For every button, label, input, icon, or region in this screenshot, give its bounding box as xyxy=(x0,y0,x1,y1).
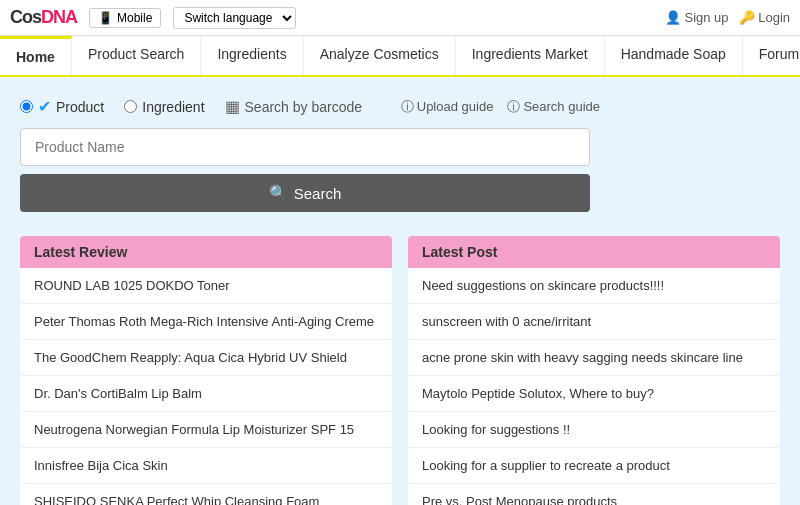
login-icon: 🔑 xyxy=(739,10,755,25)
ingredient-label: Ingredient xyxy=(142,99,204,115)
search-guide-link[interactable]: ⓘ Search guide xyxy=(507,98,600,116)
signup-link[interactable]: 👤 Sign up xyxy=(665,10,729,25)
nav-item-forum[interactable]: Forum xyxy=(743,36,800,75)
list-item[interactable]: Dr. Dan's CortiBalm Lip Balm xyxy=(20,376,392,412)
signup-icon: 👤 xyxy=(665,10,681,25)
upload-guide-link[interactable]: ⓘ Upload guide xyxy=(401,98,494,116)
ingredient-radio[interactable] xyxy=(124,100,137,113)
list-item[interactable]: Peter Thomas Roth Mega-Rich Intensive An… xyxy=(20,304,392,340)
nav-item-analyze-cosmetics[interactable]: Analyze Cosmetics xyxy=(304,36,456,75)
list-item[interactable]: acne prone skin with heavy sagging needs… xyxy=(408,340,780,376)
latest-review-column: Latest Review ROUND LAB 1025 DOKDO Toner… xyxy=(20,236,392,505)
nav-item-handmade-soap[interactable]: Handmade Soap xyxy=(605,36,743,75)
product-radio-option[interactable]: ✔ Product xyxy=(20,97,104,116)
guide-links: ⓘ Upload guide ⓘ Search guide xyxy=(401,98,600,116)
product-check-icon: ✔ xyxy=(38,97,51,116)
latest-review-header: Latest Review xyxy=(20,236,392,268)
mobile-button[interactable]: 📱 Mobile xyxy=(89,8,161,28)
search-section: ✔ Product Ingredient ▦ Search by barcode… xyxy=(20,97,600,212)
logo: CosDNA xyxy=(10,7,77,28)
main-content: ✔ Product Ingredient ▦ Search by barcode… xyxy=(0,77,800,505)
product-name-input[interactable] xyxy=(20,128,590,166)
list-item[interactable]: Maytolo Peptide Solutox, Where to buy? xyxy=(408,376,780,412)
latest-review-list: ROUND LAB 1025 DOKDO TonerPeter Thomas R… xyxy=(20,268,392,505)
latest-post-header: Latest Post xyxy=(408,236,780,268)
content-columns: Latest Review ROUND LAB 1025 DOKDO Toner… xyxy=(20,236,780,505)
nav-item-ingredients-market[interactable]: Ingredients Market xyxy=(456,36,605,75)
nav-item-home[interactable]: Home xyxy=(0,36,72,75)
mobile-icon: 📱 xyxy=(98,11,113,25)
search-button[interactable]: 🔍 Search xyxy=(20,174,590,212)
list-item[interactable]: Pre vs. Post Menopause products xyxy=(408,484,780,505)
barcode-option[interactable]: ▦ Search by barcode xyxy=(225,97,363,116)
product-label: Product xyxy=(56,99,104,115)
search-guide-icon: ⓘ xyxy=(507,98,520,116)
topbar: CosDNA 📱 Mobile Switch language 👤 Sign u… xyxy=(0,0,800,36)
search-icon: 🔍 xyxy=(269,184,288,202)
list-item[interactable]: ROUND LAB 1025 DOKDO Toner xyxy=(20,268,392,304)
logo-part2: DNA xyxy=(41,7,77,27)
list-item[interactable]: Neutrogena Norwegian Formula Lip Moistur… xyxy=(20,412,392,448)
main-nav: Home Product Search Ingredients Analyze … xyxy=(0,36,800,77)
barcode-icon: ▦ xyxy=(225,97,240,116)
login-link[interactable]: 🔑 Login xyxy=(739,10,790,25)
latest-post-column: Latest Post Need suggestions on skincare… xyxy=(408,236,780,505)
topbar-right: 👤 Sign up 🔑 Login xyxy=(665,10,790,25)
upload-guide-icon: ⓘ xyxy=(401,98,414,116)
nav-item-ingredients[interactable]: Ingredients xyxy=(201,36,303,75)
list-item[interactable]: Looking for suggestions !! xyxy=(408,412,780,448)
latest-post-list: Need suggestions on skincare products!!!… xyxy=(408,268,780,505)
language-select[interactable]: Switch language xyxy=(173,7,296,29)
topbar-left: CosDNA 📱 Mobile Switch language xyxy=(10,7,296,29)
list-item[interactable]: SHISEIDO SENKA Perfect Whip Cleansing Fo… xyxy=(20,484,392,505)
nav-item-product-search[interactable]: Product Search xyxy=(72,36,202,75)
search-button-label: Search xyxy=(294,185,342,202)
ingredient-radio-option[interactable]: Ingredient xyxy=(124,99,204,115)
product-radio[interactable] xyxy=(20,100,33,113)
list-item[interactable]: Need suggestions on skincare products!!!… xyxy=(408,268,780,304)
logo-part1: Cos xyxy=(10,7,41,27)
list-item[interactable]: Innisfree Bija Cica Skin xyxy=(20,448,392,484)
list-item[interactable]: Looking for a supplier to recreate a pro… xyxy=(408,448,780,484)
barcode-label: Search by barcode xyxy=(245,99,363,115)
list-item[interactable]: The GoodChem Reapply: Aqua Cica Hybrid U… xyxy=(20,340,392,376)
search-type-row: ✔ Product Ingredient ▦ Search by barcode… xyxy=(20,97,600,116)
list-item[interactable]: sunscreen with 0 acne/irritant xyxy=(408,304,780,340)
mobile-label: Mobile xyxy=(117,11,152,25)
